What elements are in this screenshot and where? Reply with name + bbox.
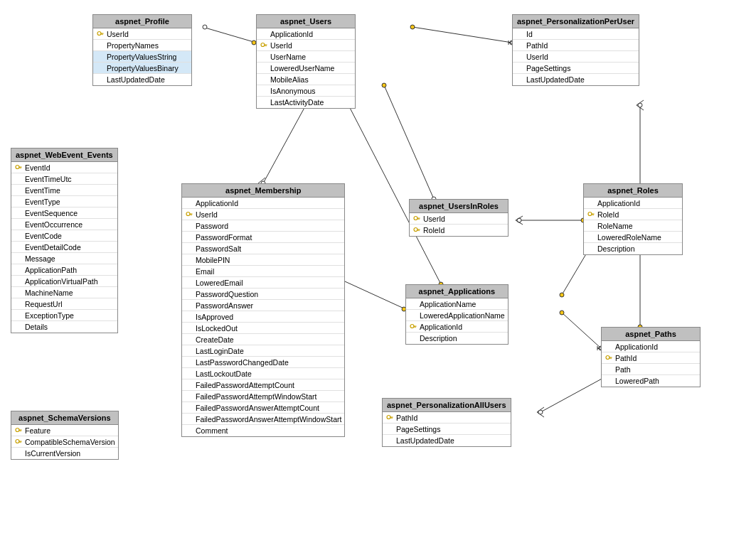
column-name: FailedPasswordAnswerAttemptCount xyxy=(196,404,319,412)
table-row: LastUpdatedDate xyxy=(93,74,191,85)
table-row: Details xyxy=(11,321,117,333)
column-name: PageSettings xyxy=(526,64,570,72)
table-row: UserName xyxy=(257,51,355,63)
column-name: Email xyxy=(196,267,214,276)
svg-rect-76 xyxy=(21,430,21,431)
column-name: FailedPasswordAttemptCount xyxy=(196,381,294,389)
table-row: LoweredUserName xyxy=(257,63,355,74)
table-header-aspnet_users: aspnet_Users xyxy=(257,15,355,28)
table-row: ApplicationId xyxy=(584,198,682,209)
table-aspnet_usersinroles: aspnet_UsersInRoles UserId RoleId xyxy=(409,199,509,237)
table-row: LoweredApplicationName xyxy=(406,310,508,321)
column-name: EventTimeUtc xyxy=(25,175,72,183)
column-name: Feature xyxy=(25,426,50,435)
table-row: IsAnonymous xyxy=(257,85,355,97)
table-row: CreateDate xyxy=(182,334,344,345)
column-name: MachineName xyxy=(25,289,73,297)
column-name: Comment xyxy=(196,426,228,435)
column-name: PathId xyxy=(615,354,637,362)
svg-point-13 xyxy=(382,83,386,87)
svg-rect-77 xyxy=(19,430,20,431)
column-name: RoleId xyxy=(423,226,444,234)
svg-line-12 xyxy=(384,85,434,199)
svg-point-66 xyxy=(606,355,609,359)
svg-point-30 xyxy=(638,103,642,107)
key-icon xyxy=(412,215,421,223)
column-name: FailedPasswordAttemptWindowStart xyxy=(196,392,316,401)
column-name: Path xyxy=(615,365,631,374)
column-name: PageSettings xyxy=(396,425,440,433)
svg-rect-68 xyxy=(611,357,612,359)
column-name: Details xyxy=(25,323,48,331)
key-icon xyxy=(409,323,417,331)
column-name: PathId xyxy=(526,41,548,50)
column-name: CompatibleSchemaVersion xyxy=(25,438,115,446)
column-name: ApplicationId xyxy=(270,30,313,38)
table-aspnet_personalizationallusers: aspnet_PersonalizationAllUsers PathIdPag… xyxy=(382,398,511,447)
column-name: UserId xyxy=(107,30,129,38)
table-row: Message xyxy=(11,253,117,264)
svg-rect-59 xyxy=(592,213,595,214)
column-name: UserName xyxy=(270,53,306,61)
column-name: Message xyxy=(25,254,55,263)
table-row: PathId xyxy=(383,412,511,424)
column-name: EventDetailCode xyxy=(25,243,81,252)
svg-rect-65 xyxy=(414,326,415,327)
table-row: FailedPasswordAnswerAttemptCount xyxy=(182,402,344,414)
column-name: LastUpdatedDate xyxy=(107,75,165,84)
svg-point-38 xyxy=(261,43,265,46)
table-row: FailedPasswordAttemptCount xyxy=(182,379,344,391)
table-row: Password xyxy=(182,220,344,232)
column-name: UserId xyxy=(270,41,292,50)
table-row: ApplicationId xyxy=(602,341,700,352)
table-row: LastUpdatedDate xyxy=(383,435,511,446)
svg-rect-53 xyxy=(417,218,418,219)
table-row: EventTimeUtc xyxy=(11,173,117,185)
table-row: Id xyxy=(513,28,639,40)
table-aspnet_paths: aspnet_PathsApplicationId PathIdPathLowe… xyxy=(601,327,701,387)
column-name: PasswordAnswer xyxy=(196,301,253,310)
column-name: ExceptionType xyxy=(25,311,74,320)
table-aspnet_schemaversions: aspnet_SchemaVersions Feature Compatible… xyxy=(11,411,119,460)
column-name: PropertyNames xyxy=(107,41,159,50)
table-aspnet_webevent_events: aspnet_WebEvent_Events EventIdEventTimeU… xyxy=(11,148,118,333)
table-aspnet_roles: aspnet_RolesApplicationId RoleIdRoleName… xyxy=(583,183,683,255)
table-header-aspnet_paths: aspnet_Paths xyxy=(602,328,700,341)
column-name: ApplicationId xyxy=(597,199,640,207)
table-row: EventOccurrence xyxy=(11,219,117,230)
table-aspnet_profile: aspnet_Profile UserIdPropertyNamesProper… xyxy=(92,14,192,86)
key-icon xyxy=(185,210,193,219)
svg-rect-73 xyxy=(390,417,391,418)
column-name: PasswordSalt xyxy=(196,244,241,253)
table-row: LastLockoutDate xyxy=(182,368,344,379)
column-name: MobileAlias xyxy=(270,75,309,84)
column-name: PropertyValuesString xyxy=(107,53,176,61)
table-row: PropertyValuesString xyxy=(93,51,191,63)
svg-rect-60 xyxy=(593,214,594,215)
table-row: FailedPasswordAttemptWindowStart xyxy=(182,391,344,402)
table-aspnet_membership: aspnet_MembershipApplicationId UserIdPas… xyxy=(181,183,345,437)
svg-point-26 xyxy=(560,311,564,315)
table-header-aspnet_webevent_events: aspnet_WebEvent_Events xyxy=(11,149,117,162)
table-row: PageSettings xyxy=(383,424,511,435)
column-name: Description xyxy=(597,244,635,253)
table-row: ExceptionType xyxy=(11,310,117,321)
svg-point-50 xyxy=(414,216,417,220)
svg-rect-57 xyxy=(417,230,418,231)
key-icon xyxy=(587,210,595,219)
column-name: ApplicationId xyxy=(420,323,462,331)
column-name: EventType xyxy=(25,198,60,206)
svg-rect-64 xyxy=(415,326,416,328)
column-name: PasswordQuestion xyxy=(196,290,258,298)
column-name: ApplicationId xyxy=(615,343,658,351)
table-row: EventCode xyxy=(11,230,117,242)
table-header-aspnet_usersinroles: aspnet_UsersInRoles xyxy=(410,200,508,213)
table-row: ApplicationId xyxy=(257,28,355,40)
table-row: LoweredRoleName xyxy=(584,232,682,243)
svg-rect-61 xyxy=(592,214,592,215)
column-name: IsAnonymous xyxy=(270,87,316,95)
table-row: Description xyxy=(406,333,508,344)
table-row: IsApproved xyxy=(182,311,344,323)
column-name: MobilePIN xyxy=(196,256,230,264)
table-aspnet_users: aspnet_UsersApplicationId UserIdUserName… xyxy=(256,14,356,109)
